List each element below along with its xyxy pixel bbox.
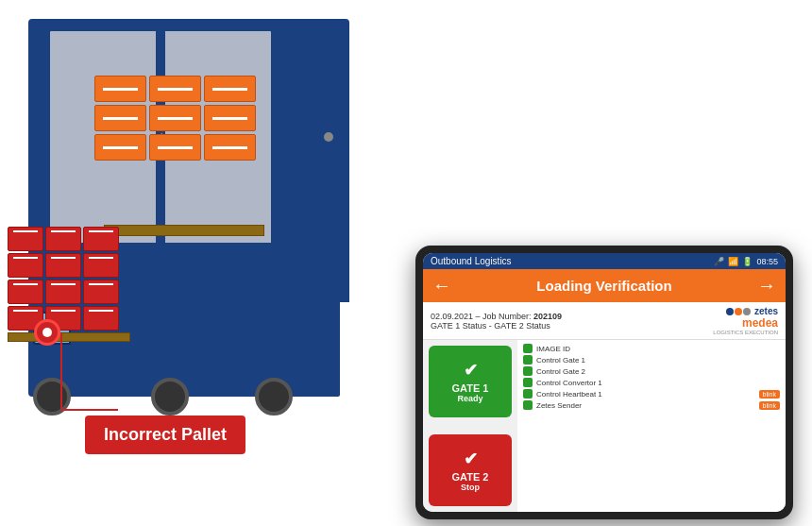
status-item-image-id: IMAGE ID [523, 344, 780, 353]
status-icons: 🎤 📶 🔋 08:55 [714, 257, 778, 266]
red-pallet-base [8, 332, 130, 342]
logo-circle-blue [726, 308, 734, 315]
logo-circle-gray [743, 308, 751, 315]
nav-title: Loading Verification [536, 278, 671, 294]
battery-icon: 🔋 [742, 257, 753, 266]
status-item-convertor: Control Convertor 1 [523, 378, 780, 387]
info-text: 02.09.2021 – Job Number: 202109 GATE 1 S… [431, 312, 562, 331]
brand-medea: medea [742, 316, 778, 330]
brand-zetes: zetes [754, 306, 778, 316]
connector-vertical [60, 333, 62, 409]
label-sender: Zetes Sender [536, 401, 582, 410]
gate-buttons: ✔ GATE 1 Ready ✔ GATE 2 Stop [423, 340, 517, 512]
warehouse-scene: Incorrect Pallet [0, 0, 397, 526]
tablet-screen: Outbound Logistics 🎤 📶 🔋 08:55 ← Loading… [423, 253, 786, 512]
time-display: 08:55 [756, 257, 778, 266]
dot-gate2 [523, 366, 533, 376]
gate2-status: Stop [461, 483, 480, 492]
dot-sender [523, 400, 533, 410]
scanner-inner [42, 328, 52, 337]
gate1-checkmark: ✔ [464, 360, 478, 381]
mic-icon: 🎤 [714, 257, 724, 266]
job-date: 02.09.2021 [431, 312, 473, 321]
job-number: 202109 [533, 312, 562, 321]
status-list: IMAGE ID Control Gate 1 Control Gate 2 C… [517, 340, 786, 512]
status-item-heartbeat: Control Heartbeat 1 blink [523, 389, 780, 399]
label-convertor: Control Convertor 1 [536, 379, 602, 387]
label-heartbeat: Control Heartbeat 1 [536, 390, 602, 399]
status-item-gate2: Control Gate 2 [523, 366, 780, 376]
dot-heartbeat [523, 389, 533, 399]
nav-arrow-left[interactable]: ← [432, 275, 451, 297]
pallet-stack-dock [94, 76, 274, 236]
nav-arrow-right[interactable]: → [757, 275, 776, 297]
gate2-checkmark: ✔ [464, 449, 478, 469]
status-item-sender: Zetes Sender blink [523, 400, 780, 410]
main-content: ✔ GATE 1 Ready ✔ GATE 2 Stop IMAGE ID [423, 340, 786, 512]
incorrect-pallet-stack [8, 227, 130, 406]
truck-wheel-2 [151, 378, 189, 416]
door-handle-right [324, 132, 333, 142]
app-title: Outbound Logistics [431, 256, 512, 266]
connector-horizontal [61, 409, 118, 411]
gate-info: GATE 1 Status - GATE 2 Status [431, 321, 550, 331]
logo-circles [726, 308, 751, 315]
gate1-label: GATE 1 [452, 382, 489, 394]
gate2-button[interactable]: ✔ GATE 2 Stop [429, 434, 512, 506]
gate2-label: GATE 2 [452, 471, 489, 483]
nav-bar: ← Loading Verification → [423, 269, 786, 302]
gate1-status: Ready [457, 394, 482, 403]
badge-sender: blink [759, 401, 780, 410]
label-gate1: Control Gate 1 [536, 356, 585, 365]
dot-image-id [523, 344, 533, 353]
tablet-device: Outbound Logistics 🎤 📶 🔋 08:55 ← Loading… [415, 246, 793, 519]
wifi-icon: 📶 [728, 257, 738, 266]
brand-sub: LOGISTICS EXECUTION [713, 330, 778, 335]
badge-heartbeat: blink [759, 390, 780, 399]
zetes-logo: zetes medea LOGISTICS EXECUTION [713, 306, 778, 335]
dot-convertor [523, 378, 533, 387]
job-label: Job Number: [482, 312, 533, 321]
status-item-gate1: Control Gate 1 [523, 355, 780, 365]
incorrect-pallet-label: Incorrect Pallet [85, 416, 245, 454]
info-row: 02.09.2021 – Job Number: 202109 GATE 1 S… [423, 302, 786, 340]
truck-wheel-3 [255, 378, 293, 416]
gate1-button[interactable]: ✔ GATE 1 Ready [429, 346, 512, 417]
status-bar: Outbound Logistics 🎤 📶 🔋 08:55 [423, 253, 786, 269]
label-gate2: Control Gate 2 [536, 367, 585, 376]
dot-gate1 [523, 355, 533, 365]
label-image-id: IMAGE ID [536, 345, 570, 353]
barcode-scanner-icon [34, 319, 60, 346]
logo-circle-orange [735, 308, 742, 315]
